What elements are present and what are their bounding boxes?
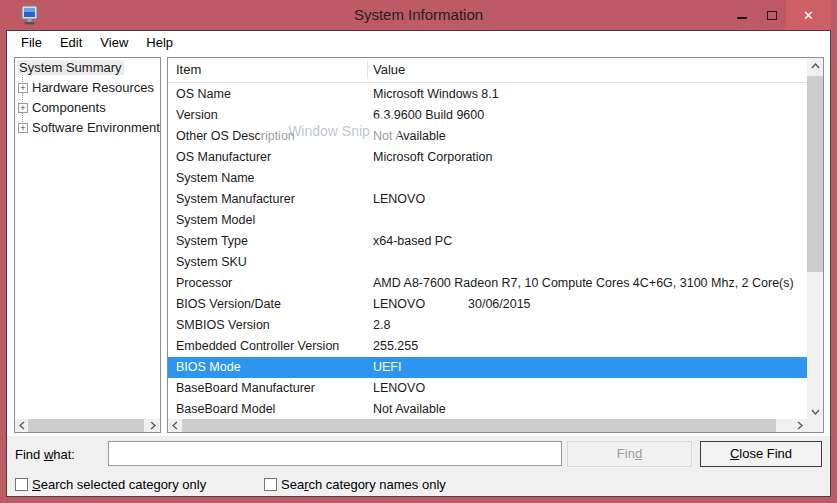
row-value-label: Microsoft Corporation (373, 147, 807, 168)
main-area: System Summary + Hardware Resources + Co… (7, 54, 830, 436)
scroll-right-icon[interactable] (793, 419, 807, 432)
scrollbar-thumb[interactable] (28, 419, 144, 432)
search-selected-category-checkbox[interactable] (15, 478, 28, 491)
row-item-label: System Name (176, 168, 255, 189)
row-value-label: LENOVO (373, 294, 807, 315)
row-item-label: System SKU (176, 252, 247, 273)
table-header: Item Value (168, 58, 807, 83)
row-item-label: BIOS Mode (176, 357, 241, 378)
table-row-selected[interactable]: BIOS Mode UEFI (168, 357, 807, 378)
expand-plus-icon[interactable]: + (18, 83, 28, 93)
row-value-label: 2.8 (373, 315, 807, 336)
menu-file[interactable]: File (12, 32, 51, 53)
table-row[interactable]: System SKU (168, 252, 807, 273)
scrollbar-thumb[interactable] (807, 76, 823, 272)
row-value-label: LENOVO (373, 378, 807, 399)
title-bar[interactable]: System Information ✕ (0, 0, 837, 30)
scroll-left-icon[interactable] (168, 419, 182, 432)
row-item-label: BaseBoard Model (176, 399, 275, 419)
category-tree: System Summary + Hardware Resources + Co… (15, 58, 160, 419)
table-row[interactable]: System Model (168, 210, 807, 231)
row-item-label: System Manufacturer (176, 189, 295, 210)
expand-plus-icon[interactable]: + (18, 103, 28, 113)
row-value-label: 255.255 (373, 336, 807, 357)
find-bar: Find what: Find Close Find Search select… (7, 436, 830, 496)
find-button[interactable]: Find (567, 441, 692, 467)
close-icon: ✕ (803, 8, 814, 23)
search-category-names-option[interactable]: Search category names only (264, 477, 446, 493)
maximize-button[interactable] (757, 0, 786, 30)
detail-table-pane: Window Snip Item Value OS Name Microsoft… (167, 57, 824, 433)
table-row[interactable]: System Manufacturer LENOVO (168, 189, 807, 210)
tree-item-components[interactable]: + Components (15, 98, 160, 118)
row-value-label: Not Available (373, 399, 807, 419)
column-divider[interactable] (367, 61, 368, 79)
table-row[interactable]: Processor AMD A8-7600 Radeon R7, 10 Comp… (168, 273, 807, 294)
row-value-label: Microsoft Windows 8.1 (373, 84, 807, 105)
scroll-left-icon[interactable] (15, 419, 29, 432)
row-item-label: OS Manufacturer (176, 147, 271, 168)
row-item-label: BIOS Version/Date (176, 294, 281, 315)
scroll-right-icon[interactable] (146, 419, 160, 432)
tree-item-label: Components (32, 98, 106, 118)
table-row[interactable]: BaseBoard Model Not Available (168, 399, 807, 419)
row-value-label: x64-based PC (373, 231, 807, 252)
search-selected-category-option[interactable]: Search selected category only (15, 477, 206, 493)
find-what-label: Find what: (15, 447, 75, 462)
tree-item-system-summary[interactable]: System Summary (15, 58, 160, 78)
find-input[interactable] (108, 441, 562, 466)
menu-help[interactable]: Help (137, 32, 182, 53)
menu-bar: File Edit View Help (7, 31, 830, 54)
maximize-icon (767, 11, 777, 20)
table-horizontal-scrollbar[interactable] (168, 419, 807, 432)
close-find-button[interactable]: Close Find (700, 441, 822, 467)
minimize-button[interactable] (727, 0, 756, 30)
table-row[interactable]: OS Name Microsoft Windows 8.1 (168, 84, 807, 105)
close-button[interactable]: ✕ (786, 0, 831, 30)
minimize-icon (737, 17, 747, 19)
row-value-label: 6.3.9600 Build 9600 (373, 105, 807, 126)
row-item-label: System Model (176, 210, 255, 231)
expand-plus-icon[interactable]: + (18, 123, 28, 133)
tree-item-software-environment[interactable]: + Software Environment (15, 118, 160, 138)
row-value-label: Not Available (373, 126, 807, 147)
row-value-label: UEFI (373, 357, 807, 378)
row-item-label: SMBIOS Version (176, 315, 270, 336)
search-category-names-checkbox[interactable] (264, 478, 277, 491)
window-body: File Edit View Help System Summary + Har… (6, 30, 831, 497)
scrollbar-thumb[interactable] (182, 419, 776, 432)
row-item-label: System Type (176, 231, 248, 252)
tree-item-label: Software Environment (32, 118, 160, 138)
table-vertical-scrollbar[interactable] (807, 58, 823, 419)
row-item-label: BaseBoard Manufacturer (176, 378, 315, 399)
menu-view[interactable]: View (91, 32, 137, 53)
scrollbar-corner (807, 419, 823, 432)
tree-horizontal-scrollbar[interactable] (15, 419, 160, 432)
category-tree-pane: System Summary + Hardware Resources + Co… (14, 57, 161, 433)
window-title: System Information (0, 0, 837, 30)
table-row[interactable]: BIOS Version/Date LENOVO 30/06/2015 (168, 294, 807, 315)
tree-item-label: System Summary (17, 60, 124, 75)
row-item-label: Embedded Controller Version (176, 336, 339, 357)
window-snip-watermark: Window Snip (259, 118, 399, 144)
table-row[interactable]: System Type x64-based PC (168, 231, 807, 252)
table-row[interactable]: BaseBoard Manufacturer LENOVO (168, 378, 807, 399)
table-row[interactable]: SMBIOS Version 2.8 (168, 315, 807, 336)
row-value-label: AMD A8-7600 Radeon R7, 10 Compute Cores … (373, 273, 807, 294)
tree-item-hardware-resources[interactable]: + Hardware Resources (15, 78, 160, 98)
tree-item-label: Hardware Resources (32, 78, 154, 98)
table-row[interactable]: System Name (168, 168, 807, 189)
row-item-label: OS Name (176, 84, 231, 105)
table-row[interactable]: Embedded Controller Version 255.255 (168, 336, 807, 357)
row-item-label: Version (176, 105, 218, 126)
menu-edit[interactable]: Edit (51, 32, 91, 53)
table-row[interactable]: OS Manufacturer Microsoft Corporation (168, 147, 807, 168)
row-value2-label: 30/06/2015 (468, 294, 531, 315)
system-information-window: System Information ✕ File Edit View Help… (0, 0, 837, 503)
column-header-value[interactable]: Value (373, 58, 405, 82)
row-value-label: LENOVO (373, 189, 807, 210)
column-header-item[interactable]: Item (176, 58, 201, 82)
scroll-up-icon[interactable] (807, 58, 823, 73)
row-item-label: Processor (176, 273, 232, 294)
scroll-down-icon[interactable] (807, 404, 823, 419)
